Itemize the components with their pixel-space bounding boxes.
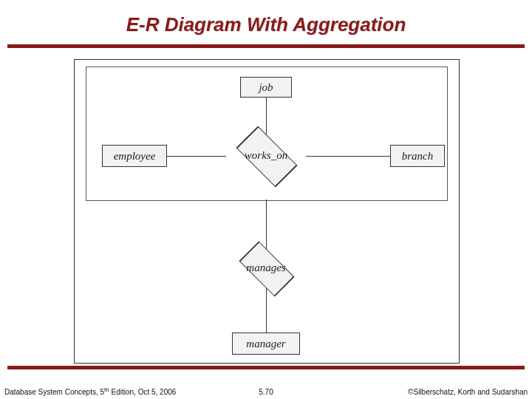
slide: E-R Diagram With Aggregation job employe…: [0, 0, 532, 399]
edge-job-works: [266, 98, 267, 137]
slide-title: E-R Diagram With Aggregation: [0, 13, 532, 36]
rule-bottom: [7, 366, 525, 369]
entity-branch: branch: [390, 145, 445, 167]
edge-works-branch: [306, 156, 390, 157]
rule-top: [7, 44, 525, 48]
relationship-works-on-label: works_on: [222, 149, 310, 162]
relationship-manages-label: manages: [225, 262, 307, 274]
entity-employee: employee: [102, 145, 167, 167]
edge-employee-works: [167, 156, 226, 157]
edge-aggregation-manages: [266, 200, 267, 251]
entity-job: job: [240, 77, 292, 98]
footer-right: ©Silberschatz, Korth and Sudarshan: [408, 388, 528, 396]
entity-manager: manager: [232, 332, 300, 355]
edge-manages-manager: [266, 287, 267, 332]
relationship-works-on: works_on: [222, 134, 310, 177]
relationship-manages: manages: [225, 248, 307, 288]
